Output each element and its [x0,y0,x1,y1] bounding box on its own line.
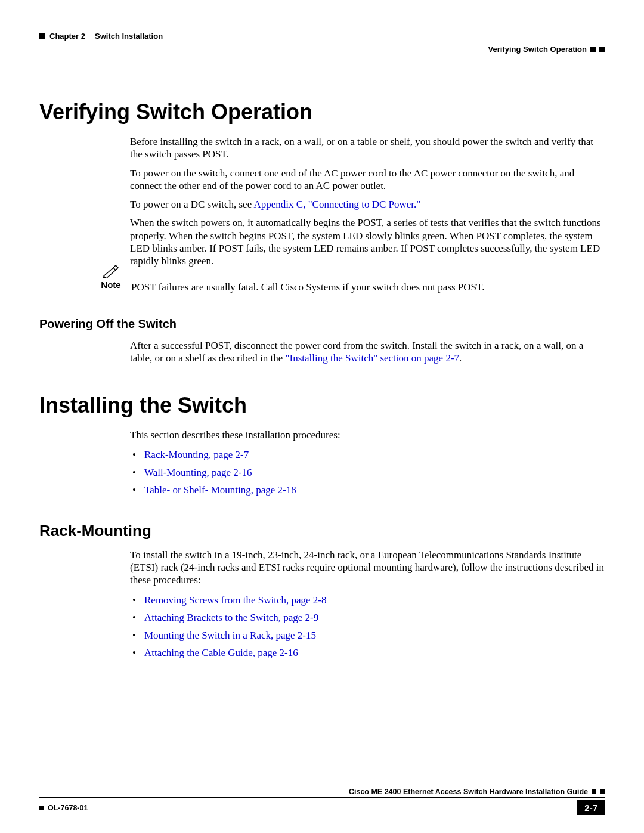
list-item: Attaching the Cable Guide, page 2-16 [130,645,605,661]
link-installing-switch[interactable]: "Installing the Switch" section on page … [286,352,460,364]
header-chapter-label: Chapter 2 [49,32,85,41]
text-span: To power on a DC switch, see [130,199,254,210]
header-square-icon [590,47,596,52]
paragraph: To power on a DC switch, see Appendix C,… [130,198,605,210]
paragraph: This section describes these installatio… [130,429,605,441]
footer-guide-title: Cisco ME 2400 Ethernet Access Switch Har… [349,788,588,796]
header-section-title: Verifying Switch Operation [488,45,587,54]
pencil-icon [103,265,119,278]
footer-bottom-row: OL-7678-01 2-7 [39,800,605,815]
header-section-block: Verifying Switch Operation [488,45,605,54]
paragraph: When the switch powers on, it automatica… [130,216,605,267]
note-icon-column: Note [99,265,123,290]
link-mounting-rack[interactable]: Mounting the Switch in a Rack, page 2-15 [144,630,316,641]
footer-square-icon [600,789,605,794]
heading-rack-mounting: Rack-Mounting [39,522,605,540]
footer-rule [39,797,605,798]
header-square-icon [39,33,45,39]
install-link-list: Rack-Mounting, page 2-7 Wall-Mounting, p… [130,447,605,498]
text-span: . [459,352,462,364]
note-block: Note POST failures are usually fatal. Ca… [99,277,605,299]
footer-square-icon [39,806,44,810]
body-section: After a successful POST, disconnect the … [130,339,605,365]
paragraph: To power on the switch, connect one end … [130,167,605,193]
header-chapter-block: Chapter 2 Switch Installation [39,32,163,41]
heading-powering-off: Powering Off the Switch [39,317,605,331]
page-header: Chapter 2 Switch Installation Verifying … [39,32,605,61]
link-removing-screws[interactable]: Removing Screws from the Switch, page 2-… [144,594,326,606]
list-item: Mounting the Switch in a Rack, page 2-15 [130,628,605,643]
list-item: Table- or Shelf- Mounting, page 2-18 [130,482,605,498]
link-table-shelf-mounting[interactable]: Table- or Shelf- Mounting, page 2-18 [144,484,296,496]
page-number: 2-7 [577,800,605,815]
header-chapter-title: Switch Installation [95,32,163,41]
link-attaching-brackets[interactable]: Attaching Brackets to the Switch, page 2… [144,612,318,623]
paragraph: After a successful POST, disconnect the … [130,339,605,365]
body-section: Before installing the switch in a rack, … [130,135,605,267]
note-text: POST failures are usually fatal. Call Ci… [131,281,605,293]
page-footer: Cisco ME 2400 Ethernet Access Switch Har… [39,797,605,815]
heading-verifying-switch-operation: Verifying Switch Operation [39,100,605,125]
page-container: Chapter 2 Switch Installation Verifying … [0,0,644,833]
footer-doc-block: OL-7678-01 [39,804,88,812]
list-item: Removing Screws from the Switch, page 2-… [130,593,605,608]
heading-installing-switch: Installing the Switch [39,393,605,418]
footer-doc-number: OL-7678-01 [48,804,88,812]
footer-guide-title-row: Cisco ME 2400 Ethernet Access Switch Har… [39,788,605,796]
paragraph: To install the switch in a 19-inch, 23-i… [130,549,605,587]
list-item: Attaching Brackets to the Switch, page 2… [130,610,605,625]
footer-square-icon [592,789,596,794]
list-item: Rack-Mounting, page 2-7 [130,447,605,463]
list-item: Wall-Mounting, page 2-16 [130,465,605,481]
rack-link-list: Removing Screws from the Switch, page 2-… [130,593,605,661]
note-label: Note [101,280,120,290]
header-square-icon [599,47,605,52]
link-attaching-cable-guide[interactable]: Attaching the Cable Guide, page 2-16 [144,647,298,658]
body-section: To install the switch in a 19-inch, 23-i… [130,549,605,661]
link-appendix-c[interactable]: Appendix C, "Connecting to DC Power." [254,199,421,210]
link-wall-mounting[interactable]: Wall-Mounting, page 2-16 [144,467,252,478]
link-rack-mounting[interactable]: Rack-Mounting, page 2-7 [144,449,249,460]
paragraph: Before installing the switch in a rack, … [130,135,605,161]
body-section: This section describes these installatio… [130,429,605,498]
